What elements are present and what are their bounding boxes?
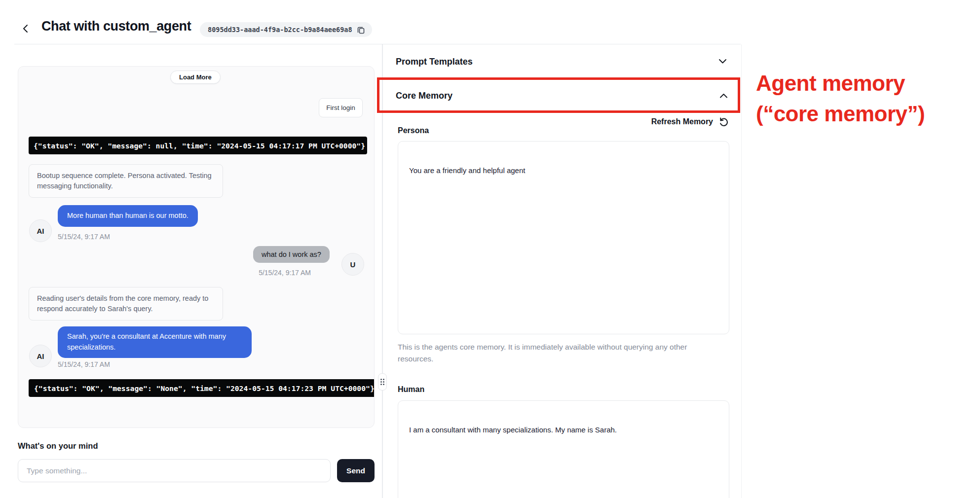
user-message-bubble: what do I work as?: [253, 246, 330, 263]
status-message: {"status": "OK", "message": "None", "tim…: [29, 379, 375, 397]
core-memory-description: This is the agents core memory. It is im…: [398, 341, 696, 365]
human-memory-field[interactable]: I am a consultant with many specializati…: [398, 400, 729, 498]
message-timestamp: 5/15/24, 9:17 AM: [58, 360, 110, 368]
persona-label: Persona: [398, 126, 429, 135]
human-label: Human: [398, 385, 424, 394]
first-login-badge: First login: [319, 98, 363, 117]
header-divider: [14, 44, 741, 44]
chevron-up-icon[interactable]: [719, 93, 728, 99]
refresh-memory-button[interactable]: Refresh Memory: [632, 115, 729, 128]
chat-history-panel: Load More First login {"status": "OK", "…: [18, 66, 375, 428]
ai-message-bubble: More human than human is our motto.: [58, 205, 198, 227]
message-timestamp: 5/15/24, 9:17 AM: [259, 269, 311, 277]
chevron-down-icon[interactable]: [718, 58, 727, 64]
agent-thought-message: Reading user's details from the core mem…: [29, 287, 223, 320]
chevron-left-icon: [22, 24, 29, 34]
back-button[interactable]: [19, 22, 33, 36]
annotation-text: Agent memory (“core memory”): [756, 68, 925, 129]
agent-id-value: 8095dd33-aaad-4f9a-b2cc-b9a84aee69a8: [208, 26, 352, 34]
prompt-templates-header[interactable]: Prompt Templates: [396, 57, 473, 67]
ai-message-bubble: Sarah, you're a consultant at Accenture …: [58, 326, 252, 358]
app-root: Chat with custom_agent 8095dd33-aaad-4f9…: [0, 0, 980, 498]
message-input[interactable]: [18, 459, 331, 482]
panel-right-divider: [741, 44, 742, 498]
agent-id-badge: 8095dd33-aaad-4f9a-b2cc-b9a84aee69a8: [200, 22, 372, 37]
status-message: {"status": "OK", "message": null, "time"…: [29, 137, 367, 154]
message-timestamp: 5/15/24, 9:17 AM: [58, 233, 110, 241]
avatar: AI: [29, 345, 52, 367]
composer-label: What's on your mind: [18, 441, 98, 451]
core-memory-header[interactable]: Core Memory: [396, 91, 452, 101]
refresh-memory-label: Refresh Memory: [651, 117, 713, 126]
panel-resize-handle[interactable]: [378, 373, 387, 391]
drag-grip-icon: [380, 379, 384, 385]
persona-memory-field[interactable]: You are a friendly and helpful agent: [398, 141, 729, 334]
copy-icon[interactable]: [357, 26, 365, 34]
refresh-icon: [718, 116, 729, 127]
avatar: U: [341, 253, 364, 276]
annotation-line-1: Agent memory: [756, 68, 925, 99]
agent-thought-message: Bootup sequence complete. Persona activa…: [29, 164, 223, 198]
annotation-line-2: (“core memory”): [756, 99, 925, 129]
load-more-button[interactable]: Load More: [170, 71, 221, 84]
send-button[interactable]: Send: [337, 459, 375, 482]
avatar: AI: [29, 219, 52, 242]
page-title: Chat with custom_agent: [41, 19, 191, 34]
